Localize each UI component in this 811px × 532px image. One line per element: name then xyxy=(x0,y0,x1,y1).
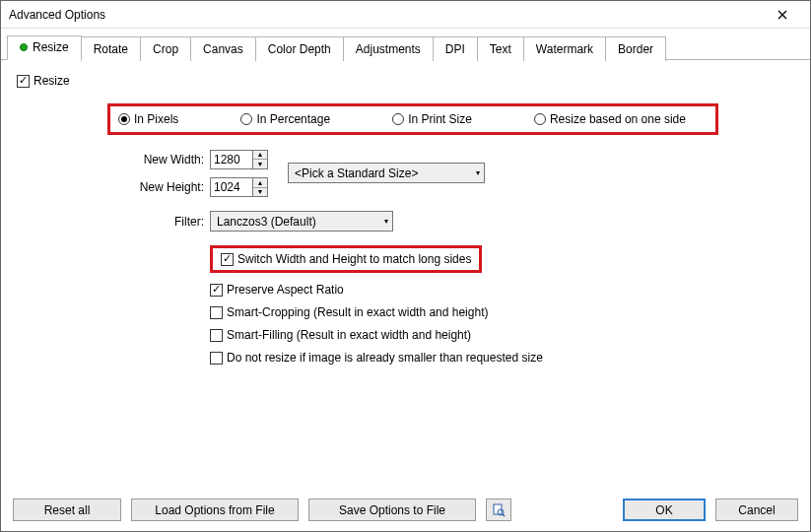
active-dot-icon xyxy=(20,43,28,51)
radio-icon xyxy=(240,113,252,125)
no-upscale-label: Do not resize if image is already smalle… xyxy=(227,351,543,365)
checkbox-icon xyxy=(210,306,223,319)
tab-label: Canvas xyxy=(203,42,243,56)
checkbox-icon xyxy=(17,75,30,88)
radio-icon xyxy=(392,113,404,125)
switch-longsides-box: Switch Width and Height to match long si… xyxy=(210,245,482,273)
preserve-aspect-label: Preserve Aspect Ratio xyxy=(227,283,344,297)
chevron-up-icon: ▲ xyxy=(253,151,267,161)
filter-select[interactable]: Lanczos3 (Default) ▾ xyxy=(210,211,393,232)
height-input-group: ▲▼ xyxy=(210,177,268,197)
height-label: New Height: xyxy=(115,180,210,194)
tab-resize[interactable]: Resize xyxy=(7,35,82,60)
checkbox-icon xyxy=(221,253,234,266)
filter-label: Filter: xyxy=(115,215,210,229)
mode-percentage[interactable]: In Percentage xyxy=(240,112,330,126)
window-title: Advanced Options xyxy=(9,8,763,22)
tab-label: DPI xyxy=(445,42,465,56)
tab-border[interactable]: Border xyxy=(605,36,666,61)
checkbox-icon xyxy=(210,284,223,297)
tab-label: Border xyxy=(618,42,653,56)
dialog-footer: Reset all Load Options from File Save Op… xyxy=(1,490,810,531)
tab-rotate[interactable]: Rotate xyxy=(81,36,141,61)
tab-label: Crop xyxy=(153,42,178,56)
mode-selector-box: In Pixels In Percentage In Print Size Re… xyxy=(107,103,718,135)
radio-icon xyxy=(118,113,130,125)
magnifier-page-icon xyxy=(492,503,506,517)
no-upscale[interactable]: Do not resize if image is already smalle… xyxy=(210,351,794,365)
dialog-window: Advanced Options Resize Rotate Crop Canv… xyxy=(0,0,811,532)
switch-longsides[interactable]: Switch Width and Height to match long si… xyxy=(221,252,471,266)
filter-value: Lanczos3 (Default) xyxy=(217,215,316,229)
tab-content: Resize In Pixels In Percentage In Print … xyxy=(1,60,810,490)
cancel-button[interactable]: Cancel xyxy=(715,499,798,521)
radio-icon xyxy=(534,113,546,125)
preserve-aspect[interactable]: Preserve Aspect Ratio xyxy=(210,283,794,297)
smart-fill-label: Smart-Filling (Result in exact width and… xyxy=(227,328,471,342)
chevron-down-icon: ▼ xyxy=(253,188,267,197)
height-spinner[interactable]: ▲▼ xyxy=(253,177,268,197)
tab-label: Watermark xyxy=(536,42,593,56)
height-input[interactable] xyxy=(210,177,253,197)
mode-label: In Percentage xyxy=(256,112,330,126)
reset-button[interactable]: Reset all xyxy=(13,499,121,521)
tab-text[interactable]: Text xyxy=(477,36,524,61)
close-button[interactable] xyxy=(763,3,802,27)
chevron-down-icon: ▼ xyxy=(253,160,267,168)
tab-color-depth[interactable]: Color Depth xyxy=(255,36,344,61)
tab-dpi[interactable]: DPI xyxy=(433,36,478,61)
smart-crop[interactable]: Smart-Cropping (Result in exact width an… xyxy=(210,305,794,319)
ok-button[interactable]: OK xyxy=(623,499,706,521)
standard-size-select[interactable]: <Pick a Standard Size> ▾ xyxy=(288,163,485,183)
checkbox-icon xyxy=(210,352,223,365)
resize-enable-label: Resize xyxy=(34,74,70,88)
chevron-down-icon: ▾ xyxy=(384,217,388,226)
width-spinner[interactable]: ▲▼ xyxy=(253,150,268,169)
chevron-down-icon: ▾ xyxy=(476,168,480,177)
checkbox-icon xyxy=(210,329,223,342)
svg-line-4 xyxy=(503,514,505,516)
tab-bar: Resize Rotate Crop Canvas Color Depth Ad… xyxy=(1,29,810,60)
chevron-up-icon: ▲ xyxy=(253,178,267,188)
mode-oneside[interactable]: Resize based on one side xyxy=(534,112,686,126)
mode-label: In Pixels xyxy=(134,112,178,126)
tab-label: Color Depth xyxy=(268,42,331,56)
standard-size-value: <Pick a Standard Size> xyxy=(295,166,418,180)
smart-fill[interactable]: Smart-Filling (Result in exact width and… xyxy=(210,328,794,342)
mode-pixels[interactable]: In Pixels xyxy=(118,112,178,126)
tab-crop[interactable]: Crop xyxy=(140,36,191,61)
close-icon xyxy=(777,10,787,20)
mode-label: Resize based on one side xyxy=(550,112,686,126)
preview-button[interactable] xyxy=(486,499,511,521)
tab-label: Resize xyxy=(33,40,69,54)
tab-label: Text xyxy=(490,42,511,56)
mode-label: In Print Size xyxy=(408,112,472,126)
mode-print[interactable]: In Print Size xyxy=(392,112,472,126)
tab-label: Adjustments xyxy=(356,42,421,56)
width-input-group: ▲▼ xyxy=(210,150,268,169)
save-options-button[interactable]: Save Options to File xyxy=(308,499,476,521)
resize-form: New Width: ▲▼ <Pick a Standard Size> ▾ N… xyxy=(115,149,794,365)
tab-adjustments[interactable]: Adjustments xyxy=(343,36,434,61)
width-input[interactable] xyxy=(210,150,253,169)
load-options-button[interactable]: Load Options from File xyxy=(131,499,299,521)
titlebar: Advanced Options xyxy=(1,1,810,29)
resize-enable[interactable]: Resize xyxy=(17,74,794,88)
tab-canvas[interactable]: Canvas xyxy=(190,36,256,61)
smart-crop-label: Smart-Cropping (Result in exact width an… xyxy=(227,305,488,319)
tab-watermark[interactable]: Watermark xyxy=(523,36,606,61)
tab-label: Rotate xyxy=(94,42,128,56)
switch-longsides-label: Switch Width and Height to match long si… xyxy=(237,252,471,266)
width-label: New Width: xyxy=(115,153,210,166)
